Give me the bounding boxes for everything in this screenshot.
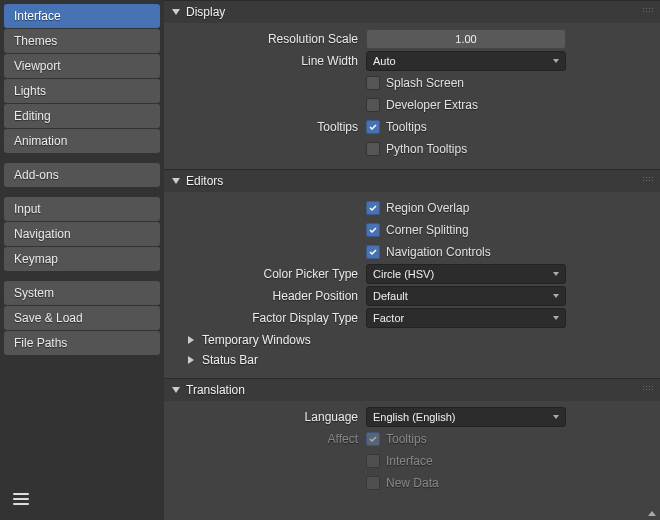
sidebar-item-input[interactable]: Input [4, 197, 160, 221]
main-content: Display Resolution Scale 1.00 Line Width… [164, 0, 660, 520]
sidebar-item-interface[interactable]: Interface [4, 4, 160, 28]
label-language: Language [176, 410, 366, 424]
panel-header-translation[interactable]: Translation [164, 379, 660, 401]
subpanel-temporary-windows[interactable]: Temporary Windows [176, 330, 648, 350]
subpanel-status-bar[interactable]: Status Bar [176, 350, 648, 370]
label-resolution-scale: Resolution Scale [176, 32, 366, 46]
language-select[interactable]: English (English) [366, 407, 566, 427]
sidebar-item-lights[interactable]: Lights [4, 79, 160, 103]
splash-screen-checkbox[interactable] [366, 76, 380, 90]
sidebar-item-navigation[interactable]: Navigation [4, 222, 160, 246]
python-tooltips-label: Python Tooltips [386, 142, 467, 156]
affect-tooltips-checkbox [366, 432, 380, 446]
python-tooltips-checkbox[interactable] [366, 142, 380, 156]
tooltips-checkbox[interactable] [366, 120, 380, 134]
line-width-select[interactable]: Auto [366, 51, 566, 71]
label-line-width: Line Width [176, 54, 366, 68]
developer-extras-label: Developer Extras [386, 98, 478, 112]
chevron-up-icon[interactable] [648, 511, 656, 516]
region-overlap-label: Region Overlap [386, 201, 469, 215]
disclosure-triangle-right-icon [188, 356, 194, 364]
resolution-scale-field[interactable]: 1.00 [366, 29, 566, 49]
splash-screen-label: Splash Screen [386, 76, 464, 90]
label-factor-display: Factor Display Type [176, 311, 366, 325]
drag-grip-icon[interactable] [642, 7, 654, 13]
sidebar-item-system[interactable]: System [4, 281, 160, 305]
drag-grip-icon[interactable] [642, 385, 654, 391]
label-affect: Affect [176, 432, 366, 446]
affect-newdata-label: New Data [386, 476, 439, 490]
panel-title: Editors [186, 174, 223, 188]
sidebar-item-themes[interactable]: Themes [4, 29, 160, 53]
navigation-controls-label: Navigation Controls [386, 245, 491, 259]
sidebar-item-viewport[interactable]: Viewport [4, 54, 160, 78]
sidebar-item-editing[interactable]: Editing [4, 104, 160, 128]
color-picker-select[interactable]: Circle (HSV) [366, 264, 566, 284]
factor-display-select[interactable]: Factor [366, 308, 566, 328]
disclosure-triangle-icon [172, 178, 180, 184]
developer-extras-checkbox[interactable] [366, 98, 380, 112]
drag-grip-icon[interactable] [642, 176, 654, 182]
sidebar: Interface Themes Viewport Lights Editing… [0, 0, 164, 520]
affect-interface-label: Interface [386, 454, 433, 468]
sidebar-item-animation[interactable]: Animation [4, 129, 160, 153]
panel-editors: Editors Region Overlap Corner Splitting [164, 169, 660, 378]
disclosure-triangle-icon [172, 387, 180, 393]
sidebar-item-addons[interactable]: Add-ons [4, 163, 160, 187]
affect-interface-checkbox [366, 454, 380, 468]
disclosure-triangle-right-icon [188, 336, 194, 344]
label-header-position: Header Position [176, 289, 366, 303]
hamburger-menu-icon[interactable] [8, 486, 34, 512]
corner-splitting-checkbox[interactable] [366, 223, 380, 237]
label-tooltips: Tooltips [176, 120, 366, 134]
sidebar-item-file-paths[interactable]: File Paths [4, 331, 160, 355]
panel-display: Display Resolution Scale 1.00 Line Width… [164, 0, 660, 169]
panel-header-editors[interactable]: Editors [164, 170, 660, 192]
tooltips-label: Tooltips [386, 120, 427, 134]
header-position-select[interactable]: Default [366, 286, 566, 306]
affect-newdata-checkbox [366, 476, 380, 490]
panel-title: Translation [186, 383, 245, 397]
navigation-controls-checkbox[interactable] [366, 245, 380, 259]
affect-tooltips-label: Tooltips [386, 432, 427, 446]
sidebar-item-keymap[interactable]: Keymap [4, 247, 160, 271]
panel-title: Display [186, 5, 225, 19]
corner-splitting-label: Corner Splitting [386, 223, 469, 237]
panel-header-display[interactable]: Display [164, 1, 660, 23]
label-color-picker: Color Picker Type [176, 267, 366, 281]
panel-translation: Translation Language English (English) A… [164, 378, 660, 503]
region-overlap-checkbox[interactable] [366, 201, 380, 215]
disclosure-triangle-icon [172, 9, 180, 15]
sidebar-item-save-load[interactable]: Save & Load [4, 306, 160, 330]
